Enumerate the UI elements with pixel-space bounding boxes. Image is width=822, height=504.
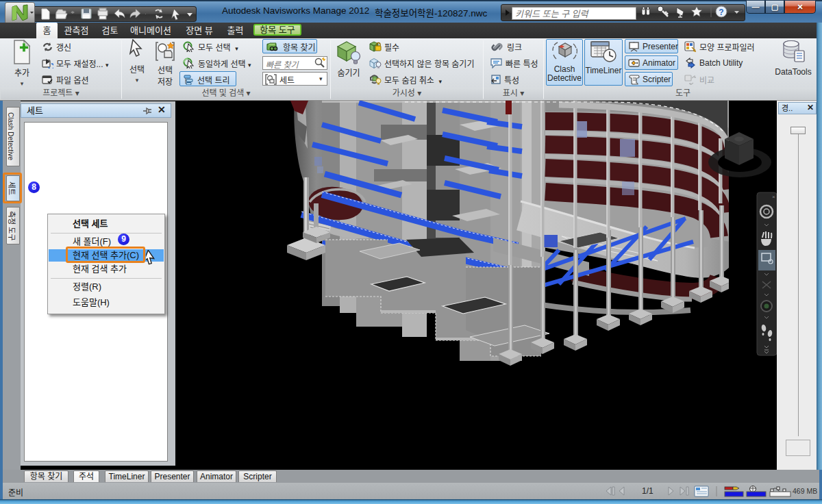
- svg-text:1/1: 1/1: [642, 486, 653, 496]
- svg-text:?: ?: [719, 8, 723, 17]
- svg-text:469 MB: 469 MB: [793, 487, 817, 495]
- svg-text:×: ×: [772, 194, 775, 200]
